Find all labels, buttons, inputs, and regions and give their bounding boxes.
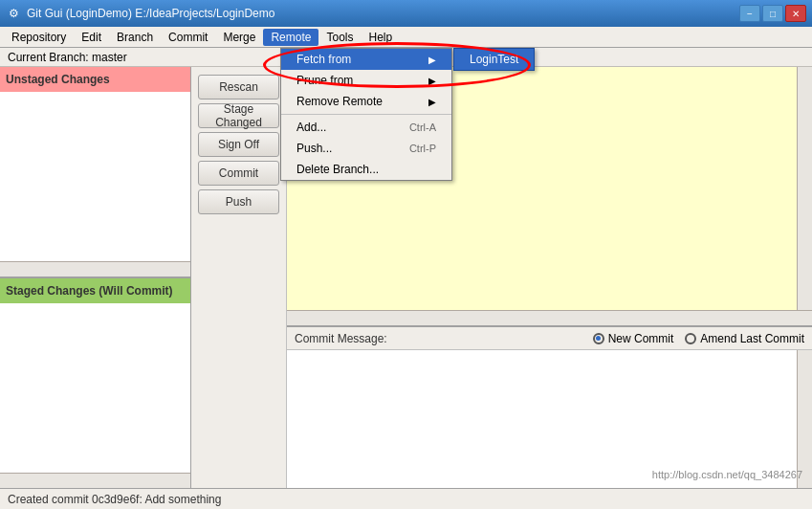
remote-dropdown-menu[interactable]: Fetch from ▶ Prune from ▶ Remove Remote … xyxy=(280,48,452,181)
unstaged-header: Unstaged Changes xyxy=(0,67,190,92)
menu-remove-remote[interactable]: Remove Remote ▶ xyxy=(281,91,451,112)
app-icon: ⚙ xyxy=(6,6,21,21)
delete-branch-label: Delete Branch... xyxy=(296,163,379,176)
commit-v-scrollbar[interactable] xyxy=(797,350,812,488)
diff-v-scrollbar[interactable] xyxy=(797,67,812,310)
menu-bar: Repository Edit Branch Commit Merge Remo… xyxy=(0,27,812,48)
prune-from-label: Prune from xyxy=(296,74,353,87)
add-shortcut: Ctrl-A xyxy=(409,122,436,133)
amend-last-radio-dot xyxy=(685,333,696,344)
menu-fetch-from[interactable]: Fetch from ▶ xyxy=(281,49,451,70)
menu-remote[interactable]: Remote xyxy=(263,29,318,46)
unstaged-file-list[interactable] xyxy=(0,92,190,261)
window-controls: − □ ✕ xyxy=(739,5,806,22)
menu-help[interactable]: Help xyxy=(361,29,400,46)
commit-message-input[interactable] xyxy=(287,350,797,488)
remove-remote-arrow: ▶ xyxy=(428,97,436,107)
title-bar: ⚙ Git Gui (LoginDemo) E:/IdeaProjects/Lo… xyxy=(0,0,812,27)
menu-tools[interactable]: Tools xyxy=(318,29,361,46)
fetch-from-label: Fetch from xyxy=(296,53,351,66)
close-button[interactable]: ✕ xyxy=(785,5,806,22)
action-buttons: Rescan Stage Changed Sign Off Commit Pus… xyxy=(191,67,287,488)
fetch-from-submenu[interactable]: LoginTest xyxy=(453,48,535,71)
status-bar: Created commit 0c3d9e6f: Add something xyxy=(0,488,812,509)
fetch-from-arrow: ▶ xyxy=(428,55,436,65)
new-commit-radio-dot xyxy=(593,333,604,344)
window-title: Git Gui (LoginDemo) E:/IdeaProjects/Logi… xyxy=(27,7,739,20)
menu-merge[interactable]: Merge xyxy=(215,29,263,46)
logintest-item[interactable]: LoginTest xyxy=(454,49,534,70)
menu-add[interactable]: Add... Ctrl-A xyxy=(281,117,451,138)
sign-off-button[interactable]: Sign Off xyxy=(198,132,279,157)
stage-changed-button[interactable]: Stage Changed xyxy=(198,103,279,128)
amend-last-radio[interactable]: Amend Last Commit xyxy=(685,332,804,345)
menu-push[interactable]: Push... Ctrl-P xyxy=(281,138,451,159)
menu-divider-1 xyxy=(281,114,451,115)
push-button[interactable]: Push xyxy=(198,189,279,214)
staged-file-list[interactable] xyxy=(0,303,190,473)
menu-delete-branch[interactable]: Delete Branch... xyxy=(281,159,451,180)
commit-button[interactable]: Commit xyxy=(198,161,279,186)
unstaged-section: Unstaged Changes xyxy=(0,67,190,278)
left-panel: Unstaged Changes Staged Changes (Will Co… xyxy=(0,67,191,488)
new-commit-radio[interactable]: New Commit xyxy=(593,332,674,345)
prune-from-arrow: ▶ xyxy=(428,76,436,86)
add-label: Add... xyxy=(296,121,326,134)
menu-commit[interactable]: Commit xyxy=(161,29,215,46)
status-text: Created commit 0c3d9e6f: Add something xyxy=(8,493,221,506)
push-label: Push... xyxy=(296,142,332,155)
staged-header: Staged Changes (Will Commit) xyxy=(0,278,190,303)
staged-section: Staged Changes (Will Commit) xyxy=(0,278,190,488)
remove-remote-label: Remove Remote xyxy=(296,95,383,108)
maximize-button[interactable]: □ xyxy=(762,5,783,22)
minimize-button[interactable]: − xyxy=(739,5,760,22)
diff-h-scrollbar[interactable] xyxy=(287,310,812,325)
staged-h-scrollbar[interactable] xyxy=(0,473,190,488)
unstaged-h-scrollbar[interactable] xyxy=(0,261,190,277)
commit-message-header: Commit Message: New Commit Amend Last Co… xyxy=(287,327,812,350)
menu-repository[interactable]: Repository xyxy=(4,29,74,46)
current-branch-label: Current Branch: master xyxy=(8,51,127,64)
push-shortcut: Ctrl-P xyxy=(409,143,436,154)
commit-type-radios: New Commit Amend Last Commit xyxy=(593,332,804,345)
menu-edit[interactable]: Edit xyxy=(74,29,109,46)
rescan-button[interactable]: Rescan xyxy=(198,75,279,100)
commit-message-area: Commit Message: New Commit Amend Last Co… xyxy=(287,325,812,488)
menu-branch[interactable]: Branch xyxy=(109,29,161,46)
commit-message-label: Commit Message: xyxy=(295,332,387,345)
menu-prune-from[interactable]: Prune from ▶ xyxy=(281,70,451,91)
